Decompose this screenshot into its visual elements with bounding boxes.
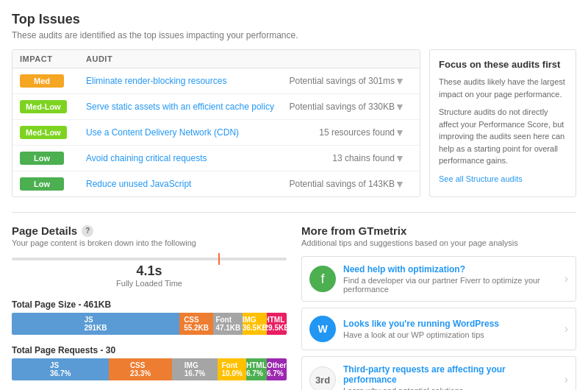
issue-link-4[interactable]: Reduce unused JavaScript [86,179,290,189]
badge-low-3: Low [20,152,86,165]
section-divider [12,212,576,213]
gtm-item-content-1: Looks like you're running WordPress Have… [343,319,557,339]
issue-savings-2: 15 resources found [319,127,395,138]
gtm-item-sub-2: Learn why and potential solutions [343,386,557,390]
chevron-right-icon: › [564,272,568,286]
req-font-segment: Font10.0% [218,358,246,380]
gtm-item-title-1: Looks like you're running WordPress [343,319,557,329]
page-details-section: Page Details ? Your page content is brok… [12,224,287,390]
issue-link-2[interactable]: Use a Content Delivery Network (CDN) [86,127,319,138]
top-issues-grid: IMPACT AUDIT Med Eliminate render-blocki… [12,49,576,197]
gtm-item-title-2: Third-party requests are affecting your … [343,364,557,385]
size-bar-label: Total Page Size - 461KB [12,299,287,310]
list-item[interactable]: f Need help with optimization? Find a de… [301,256,576,302]
top-issues-subtitle: These audits are identified as the top i… [12,30,576,40]
size-bar: JS291KB CSS55.2KB Font47.1KB IMG36.5KB H… [12,313,287,335]
timeline-label: 4.1s Fully Loaded Time [12,263,287,288]
gtmetrix-section: More from GTmetrix Additional tips and s… [301,224,576,390]
issue-savings-4: Potential savings of 143KB [290,179,395,189]
wordpress-icon: W [309,316,336,342]
req-other-segment: Other6.7% [267,358,287,380]
gtm-item-sub-0: Find a developer via our partner Fiverr … [343,276,557,294]
badge-med-low-2: Med-Low [20,126,86,139]
impact-header: IMPACT [20,54,86,63]
requests-bar: JS36.7% CSS23.3% IMG16.7% Font10.0% HTML… [12,358,287,380]
gtm-item-content-0: Need help with optimization? Find a deve… [343,264,557,294]
chevron-down-icon[interactable]: ▼ [395,101,412,113]
focus-panel-text1: These audits likely have the largest imp… [439,76,567,100]
help-icon[interactable]: ? [82,225,93,237]
issue-savings-1: Potential savings of 330KB [290,102,395,112]
badge-med: Med [20,74,86,88]
gtm-item-title-0: Need help with optimization? [343,264,557,274]
issues-table: IMPACT AUDIT Med Eliminate render-blocki… [12,49,420,197]
req-js-segment: JS36.7% [12,358,109,380]
loaded-time-label: Fully Loaded Time [12,279,287,288]
loaded-time-value: 4.1s [12,263,287,279]
bottom-grid: Page Details ? Your page content is brok… [12,224,576,390]
fiverr-icon: f [309,266,336,292]
table-row: Med-Low Use a Content Delivery Network (… [12,120,420,146]
requests-bar-label: Total Page Requests - 30 [12,345,287,355]
badge-med-low-1: Med-Low [20,100,86,113]
chevron-down-icon[interactable]: ▼ [395,75,412,87]
audit-header: AUDIT [86,54,412,63]
focus-panel-text2: Structure audits do not directly affect … [439,106,567,167]
size-html-segment: HTML29.5KB [267,313,287,335]
chevron-down-icon[interactable]: ▼ [395,152,412,164]
size-css-segment: CSS55.2KB [179,313,213,335]
page-details-subtitle: Your page content is broken down into th… [12,238,287,247]
req-html-segment: HTML6.7% [246,358,266,380]
top-issues-title: Top Issues [12,12,576,27]
page-details-title-text: Page Details [12,224,77,237]
badge-low-4: Low [20,177,86,191]
size-font-segment: Font47.1KB [213,313,243,335]
chevron-down-icon[interactable]: ▼ [395,178,412,190]
timeline-bar [12,258,287,260]
chevron-down-icon[interactable]: ▼ [395,127,412,138]
see-all-structure-link[interactable]: See all Structure audits [439,174,523,183]
chevron-right-icon: › [564,322,568,336]
table-row: Low Avoid chaining critical requests 13 … [12,146,420,171]
page-details-title: Page Details ? [12,224,287,237]
list-item[interactable]: W Looks like you're running WordPress Ha… [301,308,576,350]
timeline-container: 4.1s Fully Loaded Time [12,258,287,288]
table-row: Med Eliminate render-blocking resources … [12,68,420,94]
issue-savings-0: Potential savings of 301ms [290,76,395,86]
gtm-item-content-2: Third-party requests are affecting your … [343,364,557,390]
timeline-marker [218,253,220,265]
gtmetrix-title: More from GTmetrix [301,224,576,237]
third-party-icon: 3rd [309,366,336,390]
issue-savings-3: 13 chains found [332,153,395,163]
chevron-right-icon: › [564,373,568,386]
focus-panel-title: Focus on these audits first [439,59,567,70]
req-img-segment: IMG16.7% [172,358,218,380]
size-img-segment: IMG36.5KB [243,313,266,335]
issue-link-1[interactable]: Serve static assets with an efficient ca… [86,102,290,112]
focus-panel: Focus on these audits first These audits… [429,49,576,197]
issue-link-3[interactable]: Avoid chaining critical requests [86,153,332,163]
list-item[interactable]: 3rd Third-party requests are affecting y… [301,356,576,390]
issue-link-0[interactable]: Eliminate render-blocking resources [86,76,290,86]
req-css-segment: CSS23.3% [109,358,171,380]
gtmetrix-subtitle: Additional tips and suggestions based on… [301,238,576,247]
gtm-item-sub-1: Have a look at our WP optimization tips [343,330,557,339]
size-js-segment: JS291KB [12,313,179,335]
table-row: Low Reduce unused JavaScript Potential s… [12,171,420,196]
table-row: Med-Low Serve static assets with an effi… [12,94,420,120]
issues-header: IMPACT AUDIT [12,50,420,68]
